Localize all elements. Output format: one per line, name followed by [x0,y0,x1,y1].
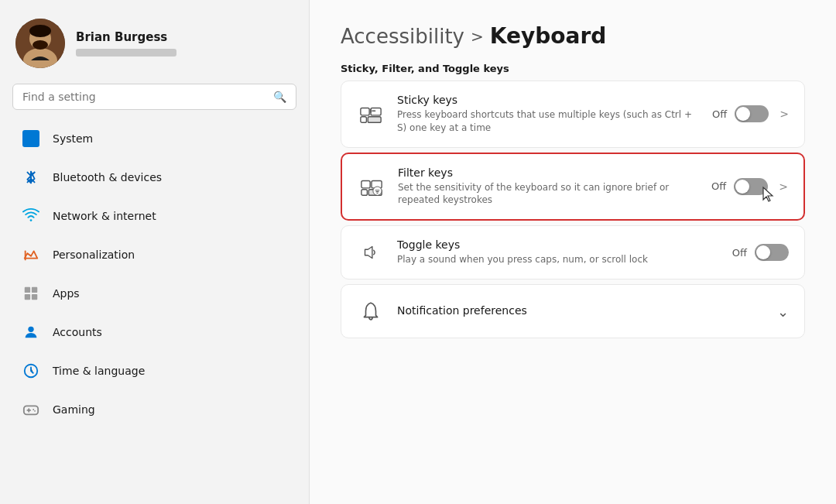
section-title: Sticky, Filter, and Toggle keys [341,63,805,74]
sidebar-item-accounts[interactable]: Accounts [6,314,303,351]
svg-rect-26 [361,190,368,196]
sidebar-item-apps[interactable]: Apps [6,275,303,312]
time-icon [22,362,40,380]
personalization-icon [22,245,40,264]
sidebar-item-time[interactable]: Time & language [6,352,303,389]
accounts-icon [22,323,40,341]
sticky-keys-info: Sticky keys Press keyboard shortcuts tha… [397,94,700,135]
sidebar-item-label: Time & language [53,365,145,377]
svg-rect-18 [361,108,369,115]
sticky-keys-desc: Press keyboard shortcuts that use multip… [397,108,700,135]
sticky-keys-chevron[interactable]: > [779,108,789,120]
toggle-thumb [756,245,770,259]
breadcrumb-parent: Accessibility [341,25,464,48]
sidebar-item-system[interactable]: System [6,120,303,157]
sidebar-item-label: Bluetooth & devices [53,171,162,183]
sticky-keys-icon [357,100,385,128]
sidebar-item-label: System [53,132,93,145]
filter-keys-row: Filter keys Set the sensitivity of the k… [342,154,803,220]
bluetooth-icon [22,168,40,187]
svg-rect-24 [361,180,370,187]
notification-row[interactable]: Notification preferences ⌄ [341,285,804,338]
toggle-thumb [735,180,749,194]
sticky-keys-row: Sticky keys Press keyboard shortcuts tha… [341,81,804,147]
toggle-keys-icon [357,238,385,266]
notification-icon [357,297,385,325]
system-icon [22,129,40,148]
toggle-keys-toggle[interactable] [755,244,789,261]
sidebar-item-personalization[interactable]: Personalization [6,236,303,273]
sidebar-item-label: Apps [53,287,80,300]
notification-chevron-down[interactable]: ⌄ [777,303,789,320]
svg-rect-20 [361,117,367,123]
sidebar-item-bluetooth[interactable]: Bluetooth & devices [6,159,303,196]
svg-point-16 [33,409,34,410]
user-section: Brian Burgess [0,0,309,81]
filter-keys-desc: Set the sensitivity of the keyboard so i… [398,181,699,207]
sidebar-item-label: Gaming [53,403,95,416]
toggle-keys-state: Off [732,247,747,259]
toggle-keys-desc: Play a sound when you press caps, num, o… [397,253,720,266]
svg-point-3 [29,25,51,37]
sticky-keys-name: Sticky keys [397,94,700,106]
svg-rect-21 [368,117,381,123]
sticky-keys-control: Off > [712,105,789,122]
svg-point-4 [33,40,48,50]
sidebar-item-label: Personalization [53,249,135,261]
svg-rect-7 [25,287,30,293]
svg-point-5 [30,219,33,221]
main-content: Accessibility > Keyboard Sticky, Filter,… [310,0,836,504]
toggle-keys-control: Off [732,244,789,261]
svg-rect-10 [32,294,37,300]
toggle-thumb [736,107,750,121]
sidebar-item-label: Network & internet [53,210,156,222]
svg-rect-8 [32,287,37,293]
user-info: Brian Burgess [76,30,176,57]
svg-point-11 [28,327,33,332]
filter-keys-state: Off [711,180,726,192]
notification-label: Notification preferences [397,304,527,317]
filter-keys-card: Filter keys Set the sensitivity of the k… [341,153,805,221]
toggle-keys-info: Toggle keys Play a sound when you press … [397,238,720,266]
sidebar-item-gaming[interactable]: Gaming [6,391,303,428]
filter-keys-icon [358,173,385,201]
svg-rect-19 [371,108,381,115]
notification-content: Notification preferences [357,297,527,325]
user-email-bar [76,49,176,57]
breadcrumb-current: Keyboard [490,23,606,49]
svg-point-28 [373,187,382,195]
sidebar-item-label: Accounts [53,326,102,338]
svg-rect-9 [25,294,30,300]
gaming-icon [22,400,40,419]
search-box[interactable]: 🔍 [12,84,296,110]
apps-icon [22,284,40,303]
toggle-keys-name: Toggle keys [397,238,720,251]
sidebar-item-network[interactable]: Network & internet [6,197,303,235]
sticky-keys-state: Off [712,108,727,120]
user-name: Brian Burgess [76,30,176,44]
notification-prefs-card: Notification preferences ⌄ [341,284,805,338]
search-input[interactable] [22,91,267,103]
filter-keys-toggle[interactable] [734,178,768,195]
network-icon [22,207,40,225]
filter-keys-info: Filter keys Set the sensitivity of the k… [398,166,699,207]
avatar [15,19,65,68]
filter-keys-control: Off > [711,178,788,195]
breadcrumb-separator: > [471,27,484,46]
search-icon: 🔍 [273,91,286,103]
sidebar: Brian Burgess 🔍 System Bluetooth & devic… [0,0,310,504]
sticky-keys-card: Sticky keys Press keyboard shortcuts tha… [341,81,805,148]
filter-keys-chevron[interactable]: > [779,180,788,193]
toggle-keys-row: Toggle keys Play a sound when you press … [341,226,804,279]
sticky-keys-toggle[interactable] [735,105,769,122]
breadcrumb: Accessibility > Keyboard [341,23,805,49]
svg-point-17 [34,410,36,412]
filter-keys-name: Filter keys [398,166,699,179]
toggle-keys-card: Toggle keys Play a sound when you press … [341,225,805,279]
